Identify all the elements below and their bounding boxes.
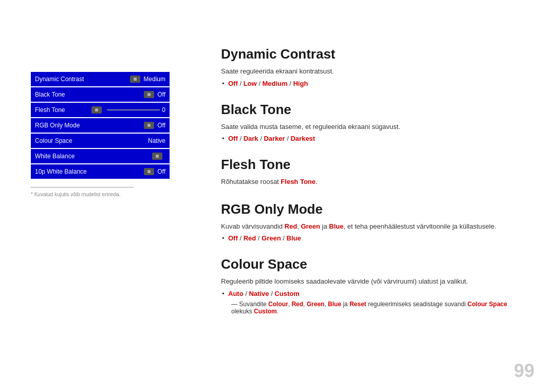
option-native: Native bbox=[249, 290, 269, 297]
menu-item-flesh-tone[interactable]: Flesh Tone 0 bbox=[31, 103, 170, 117]
menu-item-dynamic-contrast[interactable]: Dynamic Contrast Medium bbox=[31, 72, 170, 86]
option-high: High bbox=[293, 80, 308, 87]
list-item-colour-space: Auto / Native / Custom bbox=[228, 290, 529, 297]
menu-value-colour-space: Native bbox=[148, 137, 165, 144]
section-rgb-only: RGB Only Mode Kuvab värvisuvandid Red, G… bbox=[221, 201, 529, 242]
list-colour-space: Auto / Native / Custom bbox=[221, 290, 529, 297]
option-dark: Dark bbox=[244, 135, 258, 142]
list-dynamic-contrast: Off / Low / Medium / High bbox=[221, 80, 529, 87]
desc-rgb-only: Kuvab värvisuvandid Red, Green ja Blue, … bbox=[221, 221, 529, 232]
list-item-black-tone: Off / Dark / Darker / Darkest bbox=[228, 135, 529, 142]
desc-black-tone: Saate valida musta taseme, et reguleerid… bbox=[221, 122, 529, 132]
menu-label-black-tone: Black Tone bbox=[35, 91, 141, 98]
option-auto: Auto bbox=[228, 290, 244, 297]
option-green: Green bbox=[262, 234, 281, 242]
menu-label-flesh-tone: Flesh Tone bbox=[35, 106, 88, 114]
sub-custom: Custom bbox=[254, 308, 277, 315]
menu-item-10p-white-balance[interactable]: 10p White Balance Off bbox=[31, 164, 170, 179]
list-item-rgb-only: Off / Red / Green / Blue bbox=[228, 234, 529, 242]
list-rgb-only: Off / Red / Green / Blue bbox=[221, 234, 529, 242]
slider-icon-rgb-only bbox=[144, 122, 154, 129]
menu-label-rgb-only: RGB Only Mode bbox=[35, 122, 141, 129]
sep1: / bbox=[239, 80, 243, 87]
panel-divider bbox=[31, 187, 134, 188]
left-menu-panel: Dynamic Contrast Medium Black Tone Off F… bbox=[31, 72, 170, 197]
desc-colour-space: Reguleerib piltide loomiseks saadaolevat… bbox=[221, 276, 529, 287]
sep2: / bbox=[258, 80, 262, 87]
menu-item-black-tone[interactable]: Black Tone Off bbox=[31, 87, 170, 102]
section-dynamic-contrast: Dynamic Contrast Saate reguleerida ekraa… bbox=[221, 46, 529, 87]
list-black-tone: Off / Dark / Darker / Darkest bbox=[221, 135, 529, 142]
menu-item-rgb-only[interactable]: RGB Only Mode Off bbox=[31, 118, 170, 133]
right-content: Dynamic Contrast Saate reguleerida ekraa… bbox=[221, 46, 529, 329]
sub-green: Green bbox=[307, 301, 325, 308]
menu-label-colour-space: Colour Space bbox=[35, 137, 148, 144]
title-colour-space: Colour Space bbox=[221, 256, 529, 272]
option-low: Low bbox=[244, 80, 257, 87]
page-number: 99 bbox=[514, 360, 534, 382]
menu-value-black-tone: Off bbox=[157, 91, 165, 98]
slider-icon-10p-white-balance bbox=[144, 168, 154, 175]
option-medium: Medium bbox=[263, 80, 288, 87]
menu-label-white-balance: White Balance bbox=[35, 153, 149, 160]
menu-value-flesh-tone: 0 bbox=[162, 106, 165, 114]
slider-icon-white-balance bbox=[152, 153, 162, 160]
option-off-bt: Off bbox=[228, 135, 238, 142]
list-item-dynamic-contrast: Off / Low / Medium / High bbox=[228, 80, 529, 87]
sep1-bt: / bbox=[239, 135, 243, 142]
title-rgb-only: RGB Only Mode bbox=[221, 201, 529, 217]
option-off-rgb: Off bbox=[228, 234, 238, 242]
highlight-flesh-tone: Flesh Tone bbox=[281, 178, 316, 185]
menu-value-rgb-only: Off bbox=[157, 122, 165, 129]
desc-dynamic-contrast: Saate reguleerida ekraani kontratsust. bbox=[221, 66, 529, 77]
highlight-blue: Blue bbox=[329, 222, 343, 230]
menu-label-dynamic-contrast: Dynamic Contrast bbox=[35, 76, 127, 83]
menu-item-white-balance[interactable]: White Balance bbox=[31, 149, 170, 163]
sub-colour: Colour bbox=[268, 301, 288, 308]
flesh-tone-bar bbox=[107, 109, 160, 110]
slider-icon-dynamic-contrast bbox=[130, 76, 140, 83]
title-flesh-tone: Flesh Tone bbox=[221, 157, 529, 173]
option-darkest: Darkest bbox=[290, 135, 315, 142]
slider-icon-black-tone bbox=[144, 91, 154, 98]
option-custom: Custom bbox=[274, 290, 299, 297]
sub-reset: Reset bbox=[349, 301, 366, 308]
section-colour-space: Colour Space Reguleerib piltide loomisek… bbox=[221, 256, 529, 315]
menu-label-10p-white-balance: 10p White Balance bbox=[35, 168, 141, 175]
section-flesh-tone: Flesh Tone Rõhutatakse roosat Flesh Tone… bbox=[221, 157, 529, 187]
sub-colour-space-ref: Colour Space bbox=[468, 301, 507, 308]
panel-footnote: * Kuvatud kujutis võib mudelist erineda. bbox=[31, 192, 170, 197]
sub-red: Red bbox=[291, 301, 303, 308]
menu-value-10p-white-balance: Off bbox=[157, 168, 165, 175]
desc-flesh-tone: Rõhutatakse roosat Flesh Tone. bbox=[221, 177, 529, 187]
option-darker: Darker bbox=[264, 135, 285, 142]
option-off: Off bbox=[228, 80, 238, 87]
title-black-tone: Black Tone bbox=[221, 102, 529, 118]
sep3-rgb: / bbox=[283, 234, 286, 242]
sub-note-colour-space: — Suvandite Colour, Red, Green, Blue ja … bbox=[221, 301, 529, 315]
menu-item-colour-space[interactable]: Colour Space Native bbox=[31, 134, 170, 148]
option-blue: Blue bbox=[287, 234, 301, 242]
highlight-green: Green bbox=[301, 222, 320, 230]
section-black-tone: Black Tone Saate valida musta taseme, et… bbox=[221, 102, 529, 143]
sep1-rgb: / bbox=[239, 234, 243, 242]
slider-icon-flesh-tone bbox=[91, 106, 102, 114]
menu-value-dynamic-contrast: Medium bbox=[143, 76, 165, 83]
title-dynamic-contrast: Dynamic Contrast bbox=[221, 46, 529, 62]
option-red: Red bbox=[244, 234, 256, 242]
sep2-rgb: / bbox=[258, 234, 262, 242]
highlight-red: Red bbox=[285, 222, 298, 230]
sub-blue: Blue bbox=[328, 301, 341, 308]
